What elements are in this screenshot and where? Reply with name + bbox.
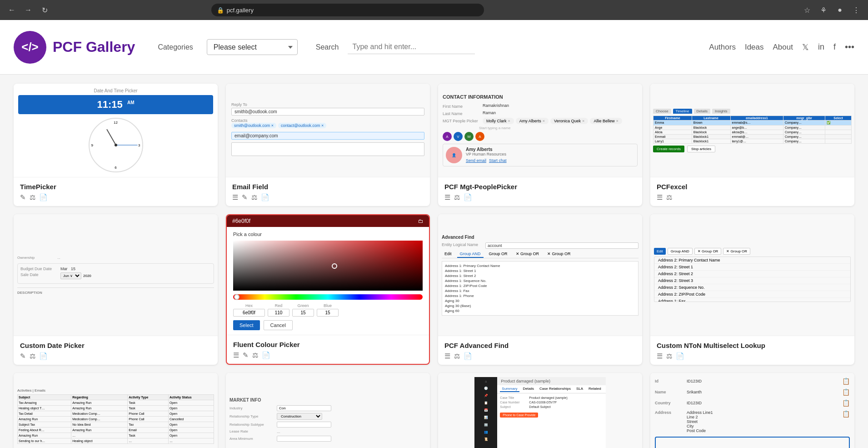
tab-relationships[interactable]: Case Relationships <box>538 386 573 392</box>
copy-country-icon[interactable]: 📋 <box>842 399 850 407</box>
list-item[interactable]: Aging 30 <box>444 298 636 303</box>
nav-mywork[interactable]: 📋 <box>476 401 495 405</box>
edit-icon[interactable]: ✎ <box>242 193 248 201</box>
entity-input[interactable] <box>485 242 639 249</box>
more-options[interactable]: ••• <box>845 42 854 52</box>
tab-group-and[interactable]: Group AND <box>457 251 484 258</box>
file-icon[interactable]: 📄 <box>464 352 472 360</box>
tab-close[interactable]: ✕ Group OR <box>513 251 542 258</box>
tab-close2[interactable]: ✕ Group OR <box>544 251 574 258</box>
balance-icon[interactable]: ⚖ <box>30 352 35 360</box>
colour-picker-dot[interactable] <box>332 263 337 269</box>
list-item[interactable]: Address 2: Sequence No. <box>654 284 850 291</box>
industry-input[interactable] <box>277 405 331 411</box>
forward-button[interactable]: → <box>22 4 35 16</box>
nav-accounts[interactable]: 🏢 <box>476 423 495 427</box>
nav-home[interactable]: ⌂ <box>476 380 495 383</box>
card-title-email: Email Field <box>232 183 424 191</box>
menu-icon[interactable]: ⋮ <box>850 4 863 16</box>
refresh-button[interactable]: ↻ <box>38 4 51 16</box>
list-item[interactable]: Address 1: Street 1 <box>444 268 636 273</box>
list-item[interactable]: Address 1: Phone <box>444 293 636 298</box>
file-icon[interactable]: 📄 <box>39 193 48 201</box>
nav-subject[interactable]: 📜 <box>476 438 495 441</box>
file-icon[interactable]: 📄 <box>39 352 48 360</box>
back-button[interactable]: ← <box>5 4 18 16</box>
list-item[interactable]: Address 1: Fax <box>444 288 636 293</box>
file-icon[interactable]: 📄 <box>262 351 270 359</box>
list-item[interactable]: Address 1: Primary Contact Name <box>444 263 636 268</box>
list-icon[interactable]: ☰ <box>657 193 663 201</box>
relationship-type-select[interactable]: Construction Consulting Consumer Service… <box>277 413 322 420</box>
nav-contacts[interactable]: 👥 <box>476 430 495 434</box>
green-input[interactable] <box>292 309 314 317</box>
balance-icon[interactable]: ⚖ <box>454 352 460 360</box>
categories-nav[interactable]: Categories <box>153 43 197 51</box>
tab-summary[interactable]: Summary <box>500 386 519 392</box>
list-item[interactable]: Address 2: Street 3 <box>654 277 850 284</box>
tab-edit[interactable]: Edit <box>442 251 454 258</box>
list-item[interactable]: Address 2: Street 2 <box>654 271 850 277</box>
balance-icon[interactable]: ⚖ <box>252 351 258 359</box>
tab-details[interactable]: Details <box>521 386 536 392</box>
address-bar[interactable]: 🔒 pcf.gallery <box>211 4 484 16</box>
edit-icon[interactable]: ✎ <box>20 352 26 360</box>
balance-icon[interactable]: ⚖ <box>251 193 257 201</box>
edit-icon[interactable]: ✎ <box>20 193 26 201</box>
edit-icon[interactable]: ✎ <box>243 351 249 359</box>
area-min-input[interactable] <box>277 436 331 442</box>
cancel-button[interactable]: Cancel <box>264 320 293 330</box>
balance-icon[interactable]: ⚖ <box>30 193 35 201</box>
profile-icon[interactable]: ● <box>833 4 846 16</box>
tab-related[interactable]: Related <box>587 386 603 392</box>
list-icon[interactable]: ☰ <box>232 193 238 201</box>
select-button[interactable]: Select <box>233 320 260 330</box>
rel-subtype-input[interactable] <box>277 422 331 428</box>
tab-sla[interactable]: SLA <box>574 386 585 392</box>
search-input[interactable] <box>348 40 475 54</box>
nav-recent[interactable]: 🕑 <box>476 387 495 390</box>
case-content: Case Title Product damaged (sample) Case… <box>497 393 605 421</box>
list-icon[interactable]: ☰ <box>444 352 450 360</box>
nav-activities[interactable]: 📅 <box>476 408 495 412</box>
copy-id-icon[interactable]: 📋 <box>842 378 850 385</box>
about-link[interactable]: About <box>773 43 793 52</box>
list-icon[interactable]: ☰ <box>444 193 450 201</box>
file-icon[interactable]: 📄 <box>676 352 684 360</box>
linkedin-icon[interactable]: in <box>818 42 824 52</box>
list-item[interactable]: Address 2: ZIP/Post Code <box>654 291 850 298</box>
balance-icon[interactable]: ⚖ <box>666 193 672 201</box>
nav-dashboard[interactable]: 📊 <box>476 416 495 419</box>
star-icon[interactable]: ☆ <box>801 4 813 16</box>
list-item[interactable]: Address 1: Sequence No. <box>444 278 636 283</box>
hex-input[interactable] <box>233 309 265 317</box>
list-item[interactable]: Address 1: Fax <box>654 298 850 302</box>
file-icon[interactable]: 📄 <box>261 193 269 201</box>
copy-address-icon[interactable]: 📋 <box>842 410 850 418</box>
ideas-link[interactable]: Ideas <box>745 43 764 52</box>
file-icon[interactable]: 📄 <box>464 193 472 201</box>
tab-group-or[interactable]: Group OR <box>486 251 510 258</box>
eyedropper-icon[interactable]: 🗀 <box>418 218 424 224</box>
colour-gradient[interactable] <box>233 241 423 291</box>
list-icon[interactable]: ☰ <box>657 352 663 360</box>
facebook-icon[interactable]: f <box>833 42 836 52</box>
balance-icon[interactable]: ⚖ <box>454 193 460 201</box>
nav-pinned[interactable]: 📌 <box>476 394 495 398</box>
balance-icon[interactable]: ⚖ <box>666 352 672 360</box>
list-item[interactable]: Aging 60 <box>444 308 636 313</box>
list-item[interactable]: Address 1: Street 2 <box>444 273 636 278</box>
extensions-icon[interactable]: ⚘ <box>817 4 830 16</box>
list-item[interactable]: Address 2: Primary Contact Name <box>654 257 850 264</box>
twitter-icon[interactable]: 𝕏 <box>802 42 809 52</box>
list-item[interactable]: Aging 30 (Base) <box>444 303 636 308</box>
blue-input[interactable] <box>317 309 339 317</box>
hue-bar[interactable] <box>233 294 423 300</box>
authors-link[interactable]: Authors <box>709 43 736 52</box>
red-input[interactable] <box>268 309 289 317</box>
list-item[interactable]: Address 2: Street 1 <box>654 264 850 271</box>
list-item[interactable]: Address 1: ZIP/Post Code <box>444 283 636 288</box>
category-select[interactable]: Please select <box>207 39 298 55</box>
list-icon[interactable]: ☰ <box>233 351 239 359</box>
copy-name-icon[interactable]: 📋 <box>842 388 850 396</box>
